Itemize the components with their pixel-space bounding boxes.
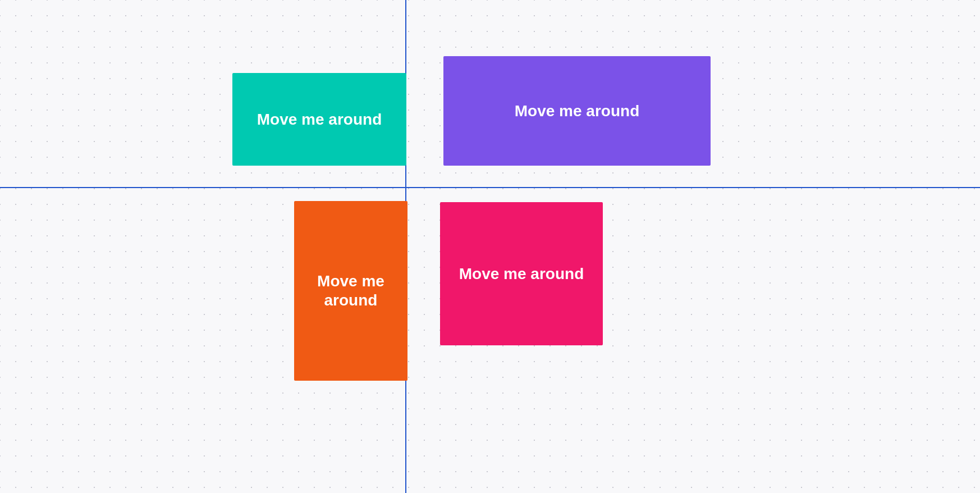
orange-box-label: Move me around	[294, 267, 407, 314]
purple-box-label: Move me around	[510, 97, 644, 125]
teal-box-label: Move me around	[253, 106, 386, 134]
horizontal-axis	[0, 187, 980, 188]
purple-draggable-box[interactable]: Move me around	[443, 56, 711, 166]
pink-box-label: Move me around	[455, 260, 588, 288]
pink-draggable-box[interactable]: Move me around	[440, 202, 603, 345]
teal-draggable-box[interactable]: Move me around	[232, 73, 406, 166]
orange-draggable-box[interactable]: Move me around	[294, 201, 407, 381]
